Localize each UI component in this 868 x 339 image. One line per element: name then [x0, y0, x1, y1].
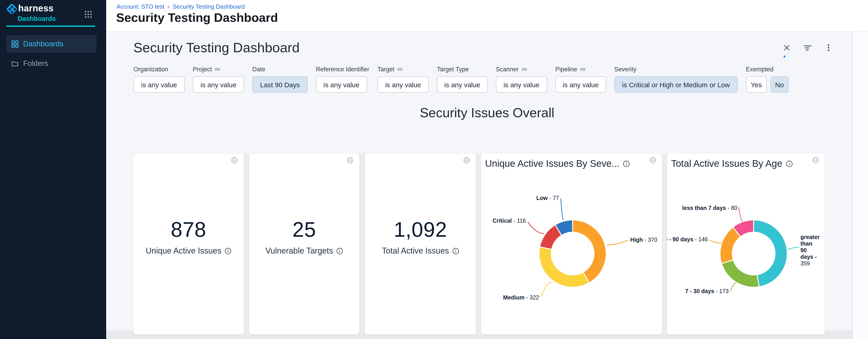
chart-card-issues-by-severity: Unique Active Issues By Seve... High - 3… [481, 153, 662, 335]
cursor-dot [784, 55, 785, 58]
breadcrumb: Account: STO test › Security Testing Das… [117, 3, 245, 10]
filter-label: Target Type [437, 65, 488, 73]
donut-slice-7-30-days[interactable] [722, 260, 759, 287]
filter-project: Projectis any value [193, 65, 244, 93]
breadcrumb-account-link[interactable]: Account: STO test [117, 3, 164, 10]
filter-target: Targetis any value [377, 65, 429, 93]
label-leader-line [607, 240, 628, 245]
dashboard-panel-title: Security Testing Dashboard [133, 40, 300, 55]
page-title: Security Testing Dashboard [116, 11, 278, 25]
stat-card-total-active-issues: 1,092 Total Active Issues [365, 153, 476, 335]
link-icon [215, 66, 220, 72]
globe-icon[interactable] [231, 157, 238, 164]
kebab-menu-icon[interactable] [825, 44, 833, 52]
filter-reference-identifier: Reference Identifieris any value [316, 65, 369, 93]
stat-label: Vulnerable Targets [266, 246, 333, 256]
filter-pipeline: Pipelineis any value [555, 65, 606, 93]
donut-chart-age: greaterthan90days -3597 - 30 days - 1733… [667, 153, 825, 335]
donut-label-less-than-7-days: less than 7 days - 80 [682, 205, 737, 211]
donut-label-greater-than-90-days: greaterthan90days -359 [800, 234, 820, 266]
filter-value[interactable]: is any value [193, 76, 244, 93]
filter-value[interactable]: is any value [496, 76, 547, 93]
close-icon[interactable] [783, 44, 791, 52]
filter-label: Reference Identifier [316, 65, 369, 73]
filter-value[interactable]: is any value [377, 76, 429, 93]
top-header: Account: STO test › Security Testing Das… [106, 0, 868, 32]
brand-name[interactable]: harness [18, 3, 54, 13]
donut-chart-severity: High - 370Medium - 322Critical - 116Low … [481, 153, 662, 335]
filter-severity: Severityis Critical or High or Medium or… [614, 65, 738, 93]
donut-label-high: High - 370 [630, 236, 657, 243]
filter-label: Exempted [746, 65, 788, 73]
dashboard-actions [783, 44, 833, 52]
stat-value: 1,092 [365, 217, 476, 242]
link-icon [521, 66, 527, 72]
label-leader-line [788, 247, 799, 250]
link-icon [397, 66, 403, 72]
sidebar-item-label: Folders [23, 59, 48, 68]
donut-slice-greater-than-90-days[interactable] [754, 220, 787, 287]
donut-label-critical: Critical - 116 [493, 218, 526, 224]
filter-value[interactable]: Last 90 Days [252, 76, 308, 93]
filter-value[interactable]: is any value [316, 76, 367, 93]
sidebar-item-dashboards[interactable]: Dashboards [6, 35, 97, 53]
filter-value[interactable]: is any value [133, 76, 185, 93]
info-icon[interactable] [336, 248, 343, 254]
filter-value[interactable]: is any value [555, 76, 606, 93]
harness-logo-icon[interactable] [7, 4, 17, 15]
donut-slice-high[interactable] [572, 220, 606, 283]
donut-label-low: Low - 77 [536, 195, 559, 201]
filter-icon[interactable] [804, 44, 812, 52]
product-name: Dashboards [18, 15, 56, 22]
filter-label: Target [377, 65, 429, 73]
filter-label: Pipeline [555, 65, 606, 73]
breadcrumb-chevron-icon: › [168, 3, 170, 10]
link-icon [580, 66, 586, 72]
filter-option-yes[interactable]: Yes [746, 76, 767, 93]
sidebar-divider [6, 25, 95, 27]
filter-label: Scanner [496, 65, 547, 73]
label-leader-line [731, 283, 736, 291]
stat-card-vulnerable-targets: 25 Vulnerable Targets [249, 153, 359, 335]
app-grid-icon[interactable] [84, 10, 92, 18]
filter-value[interactable]: is any value [437, 76, 488, 93]
chart-card-issues-by-age: Total Active Issues By Age greaterthan90… [667, 153, 825, 335]
filter-target-type: Target Typeis any value [437, 65, 488, 93]
sidebar: harness Dashboards Dashboards Folders [0, 0, 106, 339]
label-leader-line [561, 199, 563, 220]
label-leader-line [739, 207, 743, 221]
section-title: Security Issues Overall [106, 106, 868, 120]
stat-label: Total Active Issues [382, 246, 449, 256]
filter-label: Date [252, 65, 308, 73]
info-icon[interactable] [225, 248, 231, 254]
sidebar-item-label: Dashboards [23, 39, 64, 48]
filter-label: Project [193, 65, 244, 73]
stat-label: Unique Active Issues [146, 246, 221, 256]
label-leader-line [541, 282, 553, 297]
filter-bar: Organizationis any valueProjectis any va… [133, 65, 797, 93]
filter-label: Organization [133, 65, 185, 73]
label-leader-line [710, 241, 722, 243]
globe-icon[interactable] [463, 157, 470, 164]
folder-icon [11, 60, 19, 67]
donut-label-medium: Medium - 322 [503, 294, 539, 301]
filter-organization: Organizationis any value [133, 65, 185, 93]
stat-card-unique-active-issues: 878 Unique Active Issues [133, 153, 244, 335]
filter-value[interactable]: is Critical or High or Medium or Low [614, 76, 738, 93]
sidebar-item-folders[interactable]: Folders [6, 55, 97, 72]
label-leader-line [528, 222, 544, 233]
globe-icon[interactable] [347, 157, 353, 164]
donut-label-30-90-days: 30 - 90 days - 146 [667, 236, 708, 243]
stat-value: 25 [249, 217, 359, 242]
info-icon[interactable] [452, 248, 459, 254]
dashboards-icon [11, 40, 19, 48]
filter-label: Severity [614, 65, 738, 73]
breadcrumb-dashboard-link[interactable]: Security Testing Dashboard [173, 3, 245, 10]
filter-option-no[interactable]: No [770, 76, 788, 93]
donut-slice-medium[interactable] [539, 247, 589, 287]
filter-date: DateLast 90 Days [252, 65, 308, 93]
scrollbar-track[interactable] [852, 32, 868, 339]
filter-exempted: ExemptedYesNo [746, 65, 788, 93]
filter-scanner: Scanneris any value [496, 65, 547, 93]
donut-label-7-30-days: 7 - 30 days - 173 [685, 288, 729, 294]
